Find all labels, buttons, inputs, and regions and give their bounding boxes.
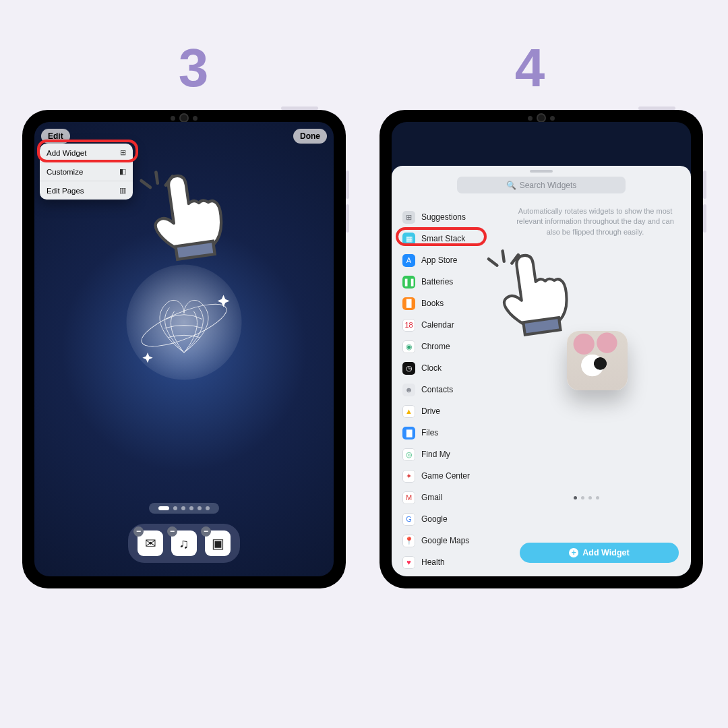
app-row-gmail[interactable]: MGmail: [400, 487, 508, 508]
app-row-app-store[interactable]: AApp Store: [400, 249, 508, 271]
app-row-chrome[interactable]: ◉Chrome: [400, 336, 508, 357]
app-row-label: Chrome: [421, 342, 450, 351]
search-icon: 🔍: [506, 181, 516, 190]
gmail-icon: M: [402, 491, 415, 504]
app-row-calendar[interactable]: 18Calendar: [400, 314, 508, 336]
google-icon: G: [402, 513, 415, 526]
add-widget-icon: ⊞: [120, 148, 126, 157]
widget-preview[interactable]: [567, 331, 628, 390]
power-button: [638, 107, 675, 110]
app-row-label: Calendar: [421, 320, 454, 330]
app-row-label: Game Center: [421, 471, 470, 481]
menu-add-widget-label: Add Widget: [47, 149, 86, 157]
menu-customize-label: Customize: [47, 168, 83, 176]
svg-line-8: [511, 255, 520, 264]
app-row-label: Clock: [421, 363, 442, 373]
widget-sheet: 🔍 Search Widgets Automatically rotates w…: [392, 166, 691, 576]
customize-icon: ◧: [119, 167, 126, 176]
edit-pages-icon: ▥: [119, 186, 126, 195]
books-icon: ▉: [402, 297, 415, 310]
app-row-label: Batteries: [421, 277, 453, 286]
volume-up-button: [346, 171, 349, 199]
wallpaper-heart-icon: [123, 262, 245, 383]
menu-customize[interactable]: Customize ◧: [40, 162, 133, 181]
menu-edit-pages-label: Edit Pages: [47, 187, 84, 195]
smart-stack-description: Automatically rotates widgets to show th…: [512, 206, 679, 237]
app-store-icon: A: [402, 254, 415, 267]
app-row-health[interactable]: ♥Health: [400, 551, 508, 571]
dock-app-photos[interactable]: −▣: [205, 530, 231, 556]
files-icon: ▇: [402, 427, 415, 439]
calendar-icon: 18: [402, 319, 415, 332]
suggestions-icon: ⊞: [402, 211, 415, 224]
home-screen-edit-mode: Edit Done Add Widget ⊞ Customize ◧ Edit …: [34, 122, 334, 576]
clock-icon: ◷: [402, 362, 415, 375]
widget-size-page-dots[interactable]: [574, 496, 599, 499]
svg-rect-9: [523, 317, 560, 335]
sheet-grabber[interactable]: [530, 170, 553, 173]
search-placeholder: Search Widgets: [520, 181, 577, 190]
health-icon: ♥: [402, 556, 415, 569]
app-row-label: Drive: [421, 406, 440, 416]
app-row-label: Suggestions: [421, 212, 466, 222]
menu-add-widget[interactable]: Add Widget ⊞: [40, 144, 133, 162]
ipad-step-4: 🔍 Search Widgets Automatically rotates w…: [380, 110, 703, 588]
app-row-books[interactable]: ▉Books: [400, 293, 508, 314]
app-row-label: Gmail: [421, 493, 442, 502]
game-center-icon: ✦: [402, 470, 415, 483]
done-button[interactable]: Done: [293, 129, 327, 144]
app-row-label: Google: [421, 514, 448, 524]
widget-preview-image: [567, 331, 628, 390]
app-row-contacts[interactable]: ☻Contacts: [400, 379, 508, 400]
app-row-game-center[interactable]: ✦Game Center: [400, 465, 508, 487]
app-row-label: Books: [421, 299, 444, 308]
add-widget-button[interactable]: + Add Widget: [520, 543, 679, 563]
app-row-label: Contacts: [421, 385, 453, 394]
app-row-batteries[interactable]: ❚❚Batteries: [400, 271, 508, 293]
remove-badge-icon[interactable]: −: [201, 526, 211, 537]
edit-button[interactable]: Edit: [41, 129, 70, 144]
tap-indicator-hand-icon: [136, 164, 236, 270]
batteries-icon: ❚❚: [402, 276, 415, 289]
remove-badge-icon[interactable]: −: [167, 526, 177, 537]
svg-rect-5: [176, 241, 215, 260]
edit-context-menu: Add Widget ⊞ Customize ◧ Edit Pages ▥: [40, 144, 133, 200]
app-row-smart-stack[interactable]: ▦Smart Stack: [400, 228, 508, 249]
power-button: [281, 107, 318, 110]
app-row-label: Health: [421, 557, 445, 567]
app-row-google-maps[interactable]: 📍Google Maps: [400, 530, 508, 551]
volume-up-button: [703, 171, 706, 199]
dock-app-music[interactable]: −♫: [171, 530, 197, 556]
app-row-drive[interactable]: ▲Drive: [400, 400, 508, 422]
app-row-label: Smart Stack: [421, 234, 465, 243]
app-row-files[interactable]: ▇Files: [400, 422, 508, 444]
step-number-4: 4: [510, 37, 550, 99]
widget-source-app-list: ⊞Suggestions▦Smart StackAApp Store❚❚Batt…: [400, 206, 508, 571]
menu-edit-pages[interactable]: Edit Pages ▥: [40, 181, 133, 200]
volume-down-button: [346, 204, 349, 233]
add-widget-label: Add Widget: [582, 548, 629, 557]
svg-point-0: [127, 264, 242, 380]
google-maps-icon: 📍: [402, 535, 415, 547]
drive-icon: ▲: [402, 405, 415, 418]
volume-down-button: [703, 204, 706, 233]
app-row-label: Files: [421, 428, 438, 437]
widget-gallery-screen: 🔍 Search Widgets Automatically rotates w…: [392, 122, 691, 576]
app-row-label: Find My: [421, 450, 450, 459]
app-row-clock[interactable]: ◷Clock: [400, 357, 508, 379]
camera-notch: [171, 113, 198, 123]
search-widgets-input[interactable]: 🔍 Search Widgets: [457, 177, 626, 193]
ipad-step-3: Edit Done Add Widget ⊞ Customize ◧ Edit …: [22, 110, 346, 588]
dock: −✉ −♫ −▣: [128, 524, 240, 563]
find-my-icon: ◎: [402, 448, 415, 461]
app-row-google[interactable]: GGoogle: [400, 508, 508, 530]
svg-line-3: [142, 179, 150, 188]
dock-app-mail[interactable]: −✉: [138, 530, 163, 556]
app-row-find-my[interactable]: ◎Find My: [400, 444, 508, 465]
step-number-3: 3: [173, 37, 214, 99]
app-row-suggestions[interactable]: ⊞Suggestions: [400, 206, 508, 228]
smart-stack-icon: ▦: [402, 233, 415, 245]
page-indicator[interactable]: [149, 503, 219, 514]
remove-badge-icon[interactable]: −: [133, 526, 144, 537]
svg-line-2: [156, 173, 157, 183]
